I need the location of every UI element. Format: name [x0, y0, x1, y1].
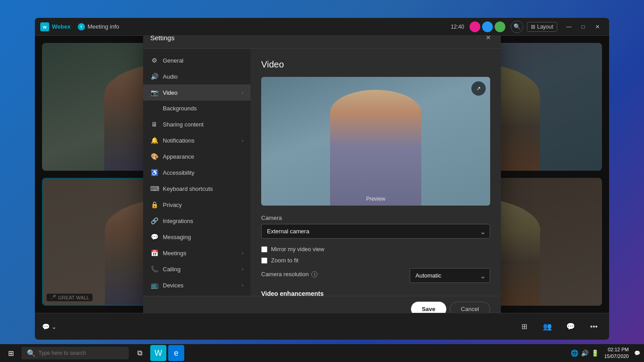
app-title-label: Webex	[52, 23, 71, 30]
meeting-time: 12:40	[451, 24, 464, 30]
more-options-button[interactable]: •••	[586, 319, 602, 335]
resolution-select-wrapper: Automatic 720p 1080p	[410, 268, 490, 283]
network-icon: 🌐	[571, 349, 578, 357]
sidebar-item-privacy[interactable]: 🔒 Privacy	[143, 197, 250, 213]
sidebar-item-calling[interactable]: 📞 Calling ›	[143, 261, 250, 277]
clock-date: 15/07/2020	[604, 353, 629, 360]
taskbar-webex-app[interactable]: W	[150, 345, 166, 361]
start-button[interactable]: ⊞	[4, 346, 18, 360]
meeting-info-icon: ℹ	[78, 23, 85, 30]
avatar-1	[470, 21, 480, 32]
resolution-select[interactable]: Automatic 720p 1080p	[410, 268, 490, 283]
zoom-checkbox-row: Zoom to fit	[261, 257, 490, 264]
title-bar-controls: 🔍 ⊞ Layout	[511, 21, 557, 33]
notification-icon[interactable]: 💬	[634, 350, 640, 356]
app-logo[interactable]: W Webex	[40, 22, 71, 31]
sidebar-item-general[interactable]: ⚙ General	[143, 52, 250, 68]
enhancements-label: Video enhancements	[261, 290, 490, 296]
audio-icon: 🔊	[150, 73, 158, 80]
privacy-icon: 🔒	[150, 201, 158, 208]
enhancements-group: Video enhancements	[261, 290, 490, 296]
participant-avatars	[470, 21, 505, 32]
app-window: W Webex ℹ Meeting info 12:40 🔍 ⊞ Layout …	[35, 18, 609, 340]
keyboard-icon: ⌨	[150, 185, 158, 192]
settings-close-button[interactable]: ✕	[483, 36, 494, 43]
webex-logo-icon: W	[40, 22, 49, 31]
camera-label: Camera	[261, 215, 490, 221]
preview-video	[261, 77, 490, 206]
integrations-label: Integrations	[163, 218, 193, 224]
maximize-button[interactable]: □	[577, 21, 589, 33]
preview-label: Preview	[366, 196, 386, 202]
settings-dialog: Settings ✕ ⚙ General 🔊 Audio	[143, 36, 501, 313]
sidebar-subitem-backgrounds[interactable]: Backgrounds	[143, 101, 250, 116]
sidebar-item-notifications[interactable]: 🔔 Notifications ›	[143, 132, 250, 148]
taskbar-search[interactable]: 🔍	[21, 347, 129, 359]
minimize-button[interactable]: —	[563, 21, 575, 33]
sidebar-item-video[interactable]: 📷 Video ›	[143, 84, 250, 101]
keyboard-shortcuts-label: Keyboard shortcuts	[163, 185, 213, 192]
settings-header: Settings ✕	[143, 36, 501, 49]
sidebar-item-appearance[interactable]: 🎨 Appearance	[143, 148, 250, 164]
sidebar-item-keyboard-shortcuts[interactable]: ⌨ Keyboard shortcuts	[143, 181, 250, 197]
video-preview: ↗ Preview	[261, 77, 490, 206]
appearance-icon: 🎨	[150, 153, 158, 160]
devices-label: Devices	[163, 282, 183, 289]
chat-button[interactable]: 💬 ⌄	[42, 323, 57, 330]
calling-label: Calling	[163, 266, 181, 273]
meetings-chevron-icon: ›	[242, 251, 243, 256]
close-button[interactable]: ✕	[591, 21, 604, 33]
resolution-label: Camera resolution ℹ	[261, 271, 318, 278]
sidebar-item-meetings[interactable]: 📅 Meetings ›	[143, 245, 250, 261]
preview-person-body	[330, 90, 422, 206]
layout-button[interactable]: ⊞ Layout	[527, 22, 557, 32]
notifications-chevron-icon: ›	[242, 138, 243, 143]
message-icon: 💬	[566, 322, 575, 331]
mirror-label: Mirror my video view	[271, 246, 324, 253]
resolution-info-icon[interactable]: ℹ	[311, 271, 318, 278]
system-clock: 02:12 PM 15/07/2020	[604, 346, 629, 360]
grid-icon: ⊞	[521, 322, 527, 331]
taskbar-edge-app[interactable]: e	[168, 345, 184, 361]
section-title: Video	[261, 59, 490, 70]
sidebar-item-messaging[interactable]: 💬 Messaging	[143, 229, 250, 245]
sidebar-item-audio[interactable]: 🔊 Audio	[143, 68, 250, 84]
calling-icon: 📞	[150, 265, 158, 273]
camera-select[interactable]: External camera Built-in Camera Virtual …	[261, 224, 490, 239]
settings-content: Video ↗ Preview Camera	[250, 49, 501, 296]
sidebar-item-sharing[interactable]: 🖥 Sharing content	[143, 116, 250, 132]
meetings-label: Meetings	[163, 250, 186, 257]
notifications-label: Notifications	[163, 137, 195, 144]
participants-button[interactable]: 👥	[539, 319, 555, 335]
taskbar-icons: ⧉	[132, 346, 147, 360]
tray-icons: 🌐 🔊 🔋	[571, 349, 599, 357]
layout-icon: ⊞	[531, 24, 535, 30]
messaging-icon: 💬	[150, 233, 158, 240]
chat-chevron-icon: ⌄	[51, 323, 57, 330]
general-label: General	[163, 57, 183, 64]
preview-share-button[interactable]: ↗	[471, 81, 486, 96]
meeting-info-btn[interactable]: ℹ Meeting info	[78, 23, 119, 30]
taskbar-search-input[interactable]	[38, 350, 123, 356]
meeting-info-label: Meeting info	[88, 23, 119, 30]
resolution-row: Camera resolution ℹ Automatic 720p 1080p	[261, 268, 490, 283]
video-label: Video	[163, 89, 178, 96]
sidebar-item-accessibility[interactable]: ♿ Accessibility	[143, 164, 250, 181]
meetings-icon: 📅	[150, 249, 158, 257]
save-button[interactable]: Save	[411, 302, 446, 313]
mirror-checkbox[interactable]	[261, 246, 267, 253]
task-view-icon[interactable]: ⧉	[132, 346, 147, 360]
messages-button[interactable]: 💬	[563, 319, 579, 335]
sidebar-item-integrations[interactable]: 🔗 Integrations	[143, 213, 250, 229]
taskbar-search-icon: 🔍	[27, 349, 36, 358]
grid-layout-button[interactable]: ⊞	[516, 319, 532, 335]
cancel-button[interactable]: Cancel	[450, 302, 490, 313]
general-icon: ⚙	[150, 57, 158, 64]
video-icon: 📷	[150, 89, 158, 96]
zoom-checkbox[interactable]	[261, 257, 267, 264]
audio-label: Audio	[163, 73, 178, 80]
window-controls: — □ ✕	[563, 21, 604, 33]
sharing-icon: 🖥	[150, 121, 158, 128]
sidebar-item-devices[interactable]: 📺 Devices ›	[143, 277, 250, 293]
search-button[interactable]: 🔍	[511, 21, 523, 33]
